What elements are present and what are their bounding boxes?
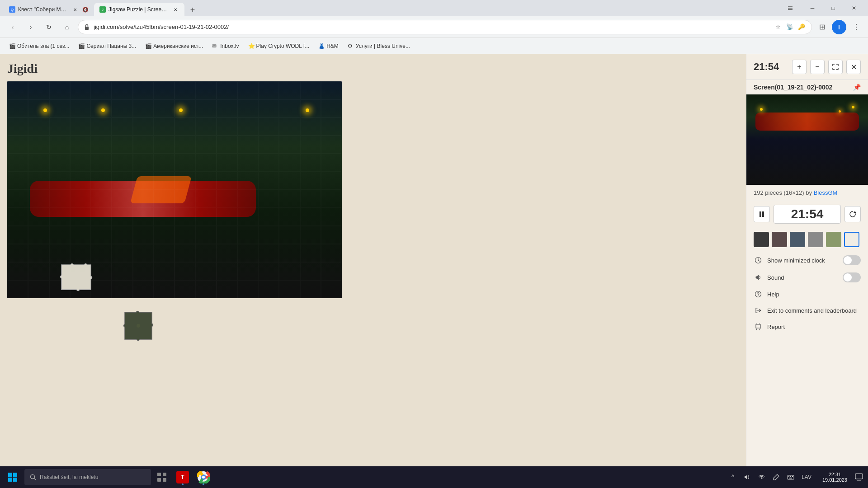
sound-icon xyxy=(754,273,763,282)
start-button[interactable] xyxy=(2,467,24,487)
tab2-favicon: J xyxy=(99,6,106,13)
bm2-icon: 🎬 xyxy=(78,43,85,49)
help-row[interactable]: ? Help xyxy=(746,286,868,302)
taskbar-search[interactable]: Rakstiet šeit, lai meklētu xyxy=(24,469,151,485)
tab1-mute-icon[interactable]: 🔇 xyxy=(82,7,89,13)
network-icon[interactable] xyxy=(755,471,768,483)
notification-icon xyxy=(855,473,863,481)
taskbar-search-icon xyxy=(30,474,36,480)
minimize-button[interactable]: ─ xyxy=(802,1,823,15)
bookmark-2[interactable]: 🎬 Сериал Пацаны 3... xyxy=(75,41,140,51)
keyboard-icon[interactable] xyxy=(784,471,797,483)
bookmark-6[interactable]: 👗 H&M xyxy=(315,41,342,51)
svg-rect-19 xyxy=(157,478,161,482)
profile-button[interactable]: I xyxy=(832,20,846,34)
task-view-button[interactable] xyxy=(152,467,172,487)
report-icon xyxy=(754,322,763,331)
main-content: Jigidi xyxy=(0,54,868,466)
extensions-button[interactable]: ⊞ xyxy=(816,21,828,33)
language-indicator[interactable]: LAV xyxy=(799,474,814,480)
tab1-close[interactable]: ✕ xyxy=(71,6,79,13)
cast-icon[interactable]: 📡 xyxy=(785,23,794,32)
menu-button[interactable]: ⋮ xyxy=(850,21,863,33)
scene-orange-element xyxy=(130,176,192,203)
svg-point-24 xyxy=(202,476,205,479)
taskbar-search-placeholder: Rakstiet šeit, lai meklētu xyxy=(40,474,98,480)
svg-rect-17 xyxy=(157,473,161,476)
bm6-icon: 👗 xyxy=(318,43,325,49)
url-bar[interactable]: jigidi.com/solve/tzu45lbm/screen-01-19-2… xyxy=(78,20,812,34)
puzzle-image[interactable]: // Generate grid cells dynamically xyxy=(7,81,342,298)
bm1-icon: 🎬 xyxy=(9,43,15,49)
notification-center[interactable] xyxy=(852,470,866,484)
timer-row: 21:54 xyxy=(746,201,868,227)
show-clock-toggle[interactable] xyxy=(843,255,861,265)
new-tab-button[interactable]: + xyxy=(186,4,199,16)
play-pause-button[interactable] xyxy=(754,206,770,222)
tab1-title: Квест "Собери Мозаику" 19.01... xyxy=(18,6,69,13)
svg-rect-27 xyxy=(790,476,791,477)
show-clock-toggle-knob xyxy=(844,256,852,264)
show-clock-label: Show minimized clock xyxy=(767,257,838,264)
svg-text:?: ? xyxy=(757,292,760,297)
key-icon[interactable]: 🔑 xyxy=(797,23,806,32)
report-row[interactable]: Report xyxy=(746,319,868,335)
maximize-button[interactable]: □ xyxy=(823,1,844,15)
header-timer: 21:54 xyxy=(754,61,779,73)
swatch-1[interactable] xyxy=(754,232,769,247)
chrome-button[interactable] xyxy=(193,467,213,487)
back-button[interactable]: ‹ xyxy=(5,20,20,34)
panel-close-button[interactable]: ✕ xyxy=(846,60,861,74)
close-button[interactable]: ✕ xyxy=(844,1,864,15)
bookmarks-bar: 🎬 Обитель зла (1 сез... 🎬 Сериал Пацаны … xyxy=(0,38,868,54)
svg-rect-18 xyxy=(163,473,166,476)
help-icon: ? xyxy=(754,290,763,299)
game-app-button[interactable]: T xyxy=(173,467,193,487)
url-text: jigidi.com/solve/tzu45lbm/screen-01-19-2… xyxy=(94,23,770,30)
url-icons: ☆ 📡 🔑 xyxy=(774,23,806,32)
svg-rect-7 xyxy=(762,211,764,217)
preview-image xyxy=(746,94,868,185)
bookmark-3[interactable]: 🎬 Американские ист... xyxy=(142,41,207,51)
swatch-6[interactable] xyxy=(844,232,859,247)
home-button[interactable]: ⌂ xyxy=(60,20,74,34)
tab-1[interactable]: Q Квест "Собери Мозаику" 19.01... ✕ 🔇 xyxy=(4,3,94,16)
bm3-icon: 🎬 xyxy=(145,43,151,49)
swatch-3[interactable] xyxy=(790,232,805,247)
pin-icon[interactable]: 📌 xyxy=(853,84,861,91)
loose-piece-dark[interactable] xyxy=(123,310,154,343)
svg-rect-29 xyxy=(789,478,792,479)
zoom-out-button[interactable]: − xyxy=(810,60,825,74)
taskbar-clock[interactable]: 22:31 19.01.2023 xyxy=(819,472,851,483)
chrome-indicator xyxy=(203,483,204,485)
chrome-icon xyxy=(197,471,210,483)
taskbar: Rakstiet šeit, lai meklētu T xyxy=(0,466,868,488)
tab-2[interactable]: J Jigsaw Puzzle | Screen(01_19... ✕ xyxy=(94,3,184,16)
svg-rect-13 xyxy=(13,473,17,477)
swatch-4[interactable] xyxy=(808,232,823,247)
refresh-button[interactable]: ↻ xyxy=(42,20,56,34)
swatch-2[interactable] xyxy=(772,232,787,247)
author-link[interactable]: BlessGM xyxy=(814,189,838,196)
pen-icon[interactable] xyxy=(770,471,783,483)
show-hidden-icons[interactable]: ^ xyxy=(726,471,739,483)
report-label: Report xyxy=(767,324,785,330)
tab-list-button[interactable] xyxy=(784,2,797,14)
bookmark-4[interactable]: ✉ Inbox.lv xyxy=(208,41,242,51)
volume-icon[interactable] xyxy=(741,471,754,483)
tab2-close[interactable]: ✕ xyxy=(172,6,179,13)
reset-button[interactable] xyxy=(844,206,861,222)
bookmark-5[interactable]: ⭐ Play Crypto WODL f... xyxy=(245,41,313,51)
fullscreen-button[interactable] xyxy=(828,60,843,74)
zoom-in-button[interactable]: + xyxy=(792,60,807,74)
bookmark-1[interactable]: 🎬 Обитель зла (1 сез... xyxy=(5,41,73,51)
sound-toggle[interactable] xyxy=(843,272,861,282)
forward-button[interactable]: › xyxy=(24,20,38,34)
loose-piece-white[interactable] xyxy=(59,263,93,294)
exit-row[interactable]: Exit to comments and leaderboard xyxy=(746,302,868,319)
windows-icon xyxy=(7,472,18,483)
pause-icon xyxy=(758,211,765,218)
bookmark-star-icon[interactable]: ☆ xyxy=(774,23,783,32)
bookmark-7[interactable]: ⚙ Услуги | Bless Unive... xyxy=(344,41,414,51)
swatch-5[interactable] xyxy=(826,232,841,247)
